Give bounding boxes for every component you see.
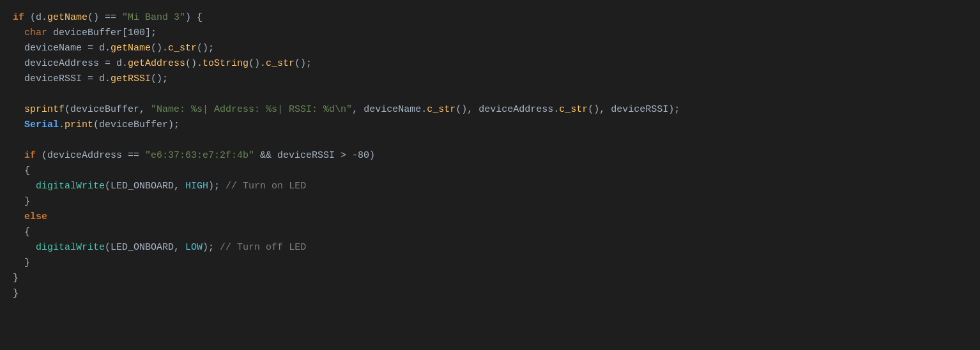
code-token: && deviceRSSI > -80) xyxy=(254,150,375,161)
code-token: (LED_ONBOARD, xyxy=(105,242,185,253)
code-token: } xyxy=(13,273,19,284)
code-token: } xyxy=(13,257,30,268)
code-token: (). xyxy=(249,58,266,69)
code-line: deviceAddress = d.getAddress().toString(… xyxy=(13,56,967,72)
code-token: if xyxy=(24,150,36,161)
code-token: toString xyxy=(203,58,249,69)
code-token: getName xyxy=(47,12,88,23)
code-line: else xyxy=(13,209,967,225)
code-line: deviceName = d.getName().c_str(); xyxy=(13,41,967,56)
code-token: ); xyxy=(203,242,220,253)
code-token: // Turn off LED xyxy=(220,242,306,253)
code-token: , deviceName. xyxy=(352,104,427,115)
code-token: c_str xyxy=(559,104,588,115)
code-token: LOW xyxy=(185,242,203,253)
code-token xyxy=(13,119,24,130)
code-line: } xyxy=(13,255,967,271)
code-token: } xyxy=(13,288,19,299)
code-token: (); xyxy=(197,43,214,54)
code-token: HIGH xyxy=(185,181,208,192)
code-line xyxy=(13,87,967,102)
code-token: digitalWrite xyxy=(36,242,105,253)
code-token: deviceName = d. xyxy=(13,43,111,54)
code-token: (), deviceAddress. xyxy=(456,104,559,115)
code-line: sprintf(deviceBuffer, "Name: %s| Address… xyxy=(13,102,967,118)
code-token: (). xyxy=(185,58,203,69)
code-token: (deviceBuffer, xyxy=(65,104,151,115)
code-token: { xyxy=(13,227,30,238)
code-token: // Turn on LED xyxy=(226,181,306,192)
code-line: } xyxy=(13,194,967,209)
code-token: } xyxy=(13,196,30,207)
code-line: } xyxy=(13,271,967,286)
code-token: c_str xyxy=(266,58,295,69)
code-token: c_str xyxy=(427,104,456,115)
code-token: (). xyxy=(151,43,168,54)
code-token: ); xyxy=(208,181,226,192)
code-token: "e6:37:63:e7:2f:4b" xyxy=(145,150,254,161)
code-token: (); xyxy=(295,58,312,69)
code-token: { xyxy=(13,165,30,176)
code-token: "Mi Band 3" xyxy=(122,12,185,23)
code-token xyxy=(13,150,24,161)
code-token: else xyxy=(24,211,47,222)
code-token xyxy=(13,181,36,192)
code-token: digitalWrite xyxy=(36,181,105,192)
code-token: (), deviceRSSI); xyxy=(588,104,680,115)
code-token: (deviceAddress == xyxy=(36,150,145,161)
code-token: deviceRSSI = d. xyxy=(13,73,111,84)
code-token: if xyxy=(13,12,24,23)
code-token: ) { xyxy=(185,12,203,23)
code-token: (deviceBuffer); xyxy=(93,119,180,130)
code-token: deviceAddress = d. xyxy=(13,58,128,69)
code-token xyxy=(13,211,24,222)
code-token: (LED_ONBOARD, xyxy=(105,181,185,192)
code-line: if (d.getName() == "Mi Band 3") { xyxy=(13,10,967,26)
code-token: (d. xyxy=(24,12,47,23)
code-editor: if (d.getName() == "Mi Band 3") { char d… xyxy=(13,10,967,301)
code-line: } xyxy=(13,286,967,301)
code-line: Serial.print(deviceBuffer); xyxy=(13,118,967,133)
code-line: { xyxy=(13,225,967,240)
code-token xyxy=(13,242,36,253)
code-token: getName xyxy=(111,43,151,54)
code-token: deviceBuffer[100]; xyxy=(47,27,157,38)
code-line xyxy=(13,133,967,148)
code-line: if (deviceAddress == "e6:37:63:e7:2f:4b"… xyxy=(13,148,967,164)
code-token: c_str xyxy=(168,43,197,54)
code-line: digitalWrite(LED_ONBOARD, LOW); // Turn … xyxy=(13,240,967,255)
code-token: getRSSI xyxy=(111,73,151,84)
code-token: sprintf xyxy=(24,104,65,115)
code-token: Serial xyxy=(24,119,59,130)
code-token: getAddress xyxy=(128,58,185,69)
code-line: { xyxy=(13,164,967,179)
code-line: digitalWrite(LED_ONBOARD, HIGH); // Turn… xyxy=(13,179,967,194)
code-token xyxy=(13,104,24,115)
code-token xyxy=(13,27,24,38)
code-token: (); xyxy=(151,73,168,84)
code-line: deviceRSSI = d.getRSSI(); xyxy=(13,72,967,87)
code-token: char xyxy=(24,27,47,38)
code-line: char deviceBuffer[100]; xyxy=(13,26,967,41)
code-token: "Name: %s| Address: %s| RSSI: %d\n" xyxy=(151,104,352,115)
code-token: () == xyxy=(88,12,122,23)
code-token: print xyxy=(65,119,93,130)
code-token: . xyxy=(59,119,65,130)
